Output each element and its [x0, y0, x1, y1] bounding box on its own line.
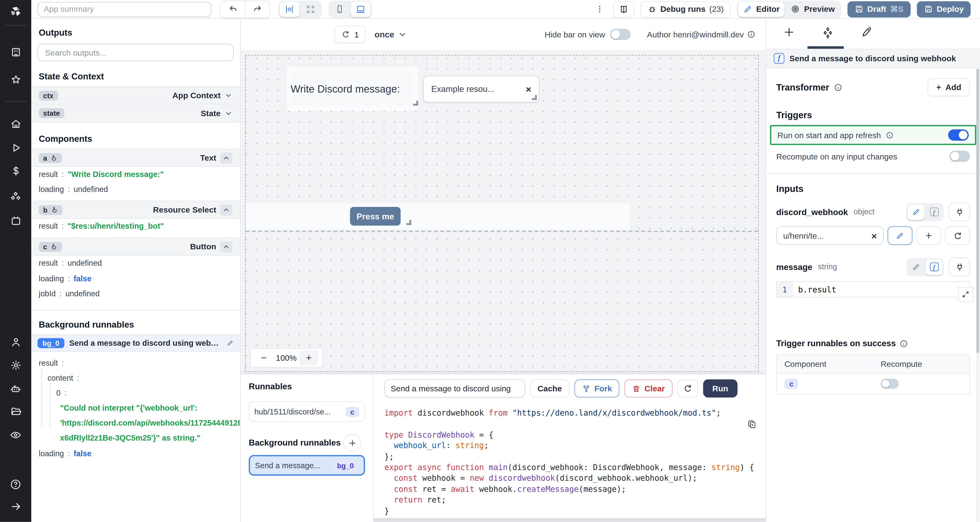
info-icon[interactable]	[747, 30, 756, 39]
transformer-title: Transformer	[776, 82, 829, 92]
state-row[interactable]: state State	[31, 104, 240, 123]
clear-resource-icon[interactable]: ×	[871, 230, 877, 241]
audit-eye-icon[interactable]	[0, 429, 31, 441]
undo-button[interactable]	[221, 1, 245, 17]
copy-code-icon[interactable]	[747, 419, 757, 430]
runnable-name-input[interactable]	[384, 379, 525, 398]
refresh-resource-button[interactable]	[945, 226, 970, 245]
fork-button[interactable]: Fork	[574, 379, 619, 398]
component-row-a[interactable]: a Text	[31, 149, 240, 167]
deploy-button[interactable]: Deploy	[917, 1, 971, 17]
collapse-arrow-icon[interactable]	[0, 501, 31, 512]
code-horizontal-scrollbar[interactable]	[374, 518, 765, 522]
rail-divider	[5, 25, 26, 25]
text-component[interactable]: Write Discord message:	[291, 70, 413, 107]
search-outputs-input[interactable]	[44, 47, 228, 58]
press-me-button-component[interactable]: Press me	[350, 207, 401, 226]
background-runnables-title: Background runnables	[31, 310, 240, 334]
scrollbar-thumb[interactable]	[976, 69, 979, 353]
create-resource-plus-button[interactable]	[916, 226, 941, 245]
windmill-logo-icon[interactable]	[0, 5, 31, 19]
ctx-row[interactable]: ctx App Context	[31, 86, 240, 104]
tab-insert-plus-icon[interactable]	[775, 26, 802, 38]
docs-book-button[interactable]	[613, 1, 634, 17]
resize-handle[interactable]	[413, 101, 418, 106]
tab-settings-components-icon[interactable]	[814, 26, 841, 40]
collapse-toggle[interactable]	[220, 241, 232, 253]
info-icon[interactable]	[899, 339, 908, 348]
recompute-toggle[interactable]	[950, 151, 970, 162]
add-background-runnable-button[interactable]	[343, 434, 361, 452]
center-align-button[interactable]	[280, 2, 299, 17]
hide-bar-toggle[interactable]	[610, 29, 631, 40]
info-icon[interactable]	[885, 131, 894, 139]
mobile-view-button[interactable]	[330, 2, 349, 17]
app-summary-input[interactable]	[37, 2, 211, 17]
tab-styling-brush-icon[interactable]	[853, 26, 880, 39]
user-icon[interactable]	[0, 336, 31, 348]
home-icon[interactable]	[0, 118, 31, 130]
tab-preview[interactable]: Preview	[786, 2, 840, 17]
zoom-out-button[interactable]: −	[254, 350, 273, 366]
code-content[interactable]: import discordwebhook from "https://deno…	[384, 407, 765, 516]
favorites-star-icon[interactable]	[0, 74, 31, 86]
variables-dollar-icon[interactable]	[0, 165, 31, 177]
run-on-start-toggle[interactable]	[948, 129, 969, 141]
runs-play-icon[interactable]	[0, 142, 31, 154]
cache-button[interactable]: Cache	[530, 379, 570, 398]
windmill-app-editor: Debug runs (23) Editor Preview Draft ⌘S	[0, 0, 980, 522]
resource-select-component[interactable]: Example resou... ×	[423, 76, 539, 102]
static-mode-pencil-icon[interactable]	[907, 259, 924, 275]
info-icon[interactable]	[834, 83, 842, 92]
app-canvas[interactable]: Write Discord message: Example resou... …	[245, 55, 759, 372]
edit-pencil-icon[interactable]	[227, 340, 234, 346]
expression-value[interactable]: b.result	[793, 282, 969, 297]
indent-guide	[50, 383, 51, 427]
zoom-in-button[interactable]: +	[299, 350, 318, 366]
resize-handle[interactable]	[406, 220, 411, 225]
draft-button[interactable]: Draft ⌘S	[847, 1, 910, 17]
component-row-c[interactable]: c Button	[31, 238, 240, 256]
debug-runs-button[interactable]: Debug runs (23)	[640, 1, 731, 17]
bg-runnable-row[interactable]: bg_0 Send a message to discord using web…	[31, 334, 240, 352]
clear-button[interactable]: Clear	[625, 379, 672, 398]
edit-resource-pencil-button[interactable]	[888, 226, 912, 245]
chevron-down-icon	[224, 109, 232, 117]
expand-editor-icon[interactable]	[958, 287, 973, 302]
collapse-toggle[interactable]	[220, 204, 232, 215]
desktop-view-button[interactable]	[351, 2, 371, 17]
expr-mode-f-icon[interactable]: f	[926, 259, 942, 275]
resources-cubes-icon[interactable]	[0, 191, 31, 203]
tab-editor[interactable]: Editor	[738, 2, 785, 17]
clear-selection-icon[interactable]: ×	[526, 84, 531, 94]
add-transformer-button[interactable]: +Add	[928, 78, 970, 96]
state-label: State	[201, 108, 221, 118]
resize-handle[interactable]	[532, 95, 537, 100]
settings-gear-icon[interactable]	[0, 359, 31, 371]
runnable-item-c[interactable]: hub/1511/discord/se... c	[249, 401, 365, 422]
resource-value-field[interactable]: u/henri/te... ×	[776, 226, 884, 245]
folders-icon[interactable]	[0, 406, 31, 417]
help-icon[interactable]	[0, 478, 31, 491]
recompute-c-toggle[interactable]	[881, 379, 899, 389]
expr-mode-f-icon[interactable]: f	[926, 204, 942, 220]
workers-robot-icon[interactable]	[0, 382, 31, 395]
chevron-up-icon	[223, 154, 230, 162]
collapse-toggle[interactable]	[220, 152, 232, 164]
workspace-icon[interactable]	[0, 46, 31, 58]
frequency-select[interactable]: once	[374, 30, 407, 39]
bg-runnable-item-selected[interactable]: Send a message... bg_0	[249, 455, 365, 476]
connect-plug-icon[interactable]	[949, 202, 970, 221]
redo-button[interactable]	[245, 1, 269, 17]
connect-plug-icon[interactable]	[949, 258, 970, 276]
chevron-up-icon	[223, 243, 230, 250]
static-mode-pencil-icon[interactable]	[907, 204, 924, 220]
refresh-count-button[interactable]: 1	[334, 25, 366, 43]
more-menu-kebab-icon[interactable]	[592, 4, 606, 14]
run-button[interactable]: Run	[703, 379, 738, 398]
schedules-calendar-icon[interactable]	[0, 215, 31, 227]
expression-editor[interactable]: 1 b.result	[776, 281, 970, 298]
refresh-code-button[interactable]	[678, 379, 698, 398]
expand-fullwidth-button[interactable]	[301, 2, 321, 17]
component-row-b[interactable]: b Resource Select	[31, 201, 240, 219]
